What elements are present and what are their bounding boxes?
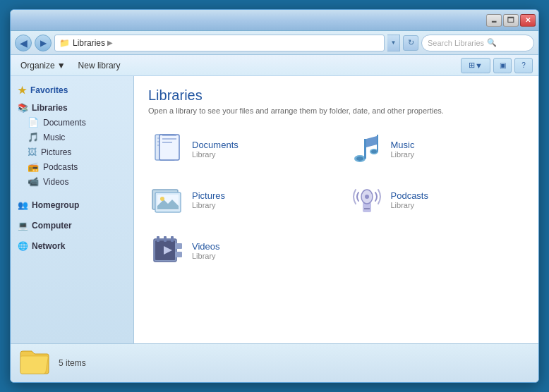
svg-rect-29 [175, 252, 182, 257]
refresh-button[interactable]: ↻ [403, 35, 418, 51]
organize-label: Organize [20, 61, 55, 71]
videos-lib-info: Videos Library [192, 241, 220, 260]
network-group[interactable]: 🌐 Network [11, 237, 133, 253]
forward-button[interactable]: ▶ [35, 35, 52, 51]
sidebar-item-videos[interactable]: 📹 Videos [11, 174, 133, 189]
library-item-pictures[interactable]: Pictures Library [148, 180, 326, 219]
documents-icon: 📄 [28, 117, 39, 128]
podcasts-icon: 📻 [28, 161, 39, 172]
sidebar-item-podcasts[interactable]: 📻 Podcasts [11, 159, 133, 174]
new-library-button[interactable]: New library [74, 59, 125, 72]
svg-point-17 [160, 197, 164, 201]
explorer-window: 🗕 🗖 ✕ ◀ ▶ 📁 Libraries ▶ ▼ ↻ Search Libra… [10, 9, 539, 383]
path-chevron: ▶ [107, 39, 113, 47]
pictures-lib-icon [151, 183, 185, 216]
view-dropdown-icon: ▼ [475, 61, 483, 70]
minimize-button[interactable]: 🗕 [486, 14, 502, 27]
homegroup-label: Homegroup [32, 200, 79, 210]
pictures-lib-type: Library [192, 201, 225, 209]
videos-lib-name: Videos [192, 241, 220, 252]
libraries-label: Libraries [32, 103, 68, 113]
videos-lib-type: Library [192, 252, 220, 260]
documents-lib-info: Documents Library [192, 140, 239, 159]
favorites-label: Favorites [30, 85, 68, 95]
network-icon: 🌐 [18, 241, 28, 251]
status-item-count: 5 items [59, 358, 86, 368]
library-item-documents[interactable]: Documents Library [148, 129, 326, 169]
status-bar: 5 items [11, 343, 538, 382]
music-icon: 🎵 [28, 132, 39, 142]
homegroup-icon: 👥 [18, 200, 28, 210]
svg-rect-26 [171, 236, 174, 242]
path-label: Libraries [73, 38, 105, 48]
favorites-section[interactable]: ★ Favorites [11, 82, 133, 99]
address-path[interactable]: 📁 Libraries ▶ [54, 35, 385, 51]
svg-rect-5 [162, 135, 176, 136]
content-title: Libraries [148, 87, 524, 104]
homegroup-group[interactable]: 👥 Homegroup [11, 196, 133, 212]
computer-label: Computer [32, 221, 72, 231]
documents-label: Documents [43, 118, 86, 128]
documents-lib-icon [151, 132, 185, 166]
search-placeholder: Search Libraries [428, 39, 484, 47]
sidebar-item-pictures[interactable]: 🖼 Pictures [11, 145, 133, 159]
svg-rect-19 [364, 208, 370, 209]
pane-icon: ▣ [500, 61, 506, 69]
back-button[interactable]: ◀ [15, 35, 32, 51]
libraries-folder-icon: 📚 [18, 103, 28, 113]
pane-button[interactable]: ▣ [493, 58, 512, 73]
libraries-group[interactable]: 📚 Libraries [11, 99, 133, 115]
svg-rect-10 [364, 139, 366, 159]
podcasts-label: Podcasts [43, 162, 78, 172]
svg-rect-28 [175, 243, 182, 249]
view-icon: ⊞ [469, 61, 475, 70]
music-lib-name: Music [391, 140, 415, 150]
music-label: Music [43, 133, 65, 142]
svg-rect-6 [162, 138, 176, 140]
videos-icon: 📹 [28, 176, 39, 187]
music-lib-icon [350, 132, 384, 166]
sidebar-item-music[interactable]: 🎵 Music [11, 130, 133, 145]
toolbar: Organize ▼ New library ⊞ ▼ ▣ ? [11, 55, 538, 76]
computer-icon: 💻 [18, 221, 28, 231]
address-dropdown[interactable]: ▼ [387, 35, 400, 51]
address-bar: ◀ ▶ 📁 Libraries ▶ ▼ ↻ Search Libraries 🔍 [11, 31, 538, 55]
sidebar: ★ Favorites 📚 Libraries 📄 Documents 🎵 Mu… [11, 76, 134, 343]
search-icon: 🔍 [487, 38, 497, 47]
help-icon: ? [521, 61, 526, 69]
toolbar-right: ⊞ ▼ ▣ ? [461, 58, 533, 73]
search-box[interactable]: Search Libraries 🔍 [421, 35, 534, 51]
maximize-button[interactable]: 🗖 [503, 14, 519, 27]
svg-rect-7 [162, 142, 172, 143]
library-item-videos[interactable]: Videos Library [148, 231, 326, 270]
organize-button[interactable]: Organize ▼ [16, 59, 70, 72]
view-button[interactable]: ⊞ ▼ [461, 58, 490, 73]
library-item-music[interactable]: Music Library [347, 129, 525, 169]
svg-rect-24 [157, 236, 159, 242]
organize-dropdown-icon: ▼ [57, 61, 66, 71]
library-item-podcasts[interactable]: Podcasts Library [347, 180, 525, 219]
window-controls: 🗕 🗖 ✕ [486, 14, 536, 27]
videos-lib-icon [151, 233, 185, 267]
pictures-lib-name: Pictures [192, 190, 225, 201]
podcasts-lib-info: Podcasts Library [391, 190, 428, 209]
library-grid: Documents Library [148, 129, 524, 270]
folder-icon: 📁 [59, 38, 70, 48]
music-lib-type: Library [391, 150, 415, 159]
sidebar-item-documents[interactable]: 📄 Documents [11, 115, 133, 130]
network-label: Network [32, 241, 65, 251]
pictures-lib-info: Pictures Library [192, 190, 225, 209]
new-library-label: New library [78, 61, 121, 71]
podcasts-lib-icon [350, 183, 384, 216]
content-subtitle: Open a library to see your files and arr… [148, 106, 524, 115]
pictures-icon: 🖼 [28, 147, 37, 157]
videos-label: Videos [43, 177, 68, 187]
svg-point-9 [356, 157, 363, 161]
content-area: Libraries Open a library to see your fil… [134, 76, 538, 343]
help-button[interactable]: ? [514, 58, 533, 73]
close-button[interactable]: ✕ [520, 14, 536, 27]
svg-rect-13 [377, 135, 378, 152]
status-folder-icon [19, 348, 50, 379]
podcasts-lib-type: Library [391, 201, 428, 209]
computer-group[interactable]: 💻 Computer [11, 216, 133, 233]
